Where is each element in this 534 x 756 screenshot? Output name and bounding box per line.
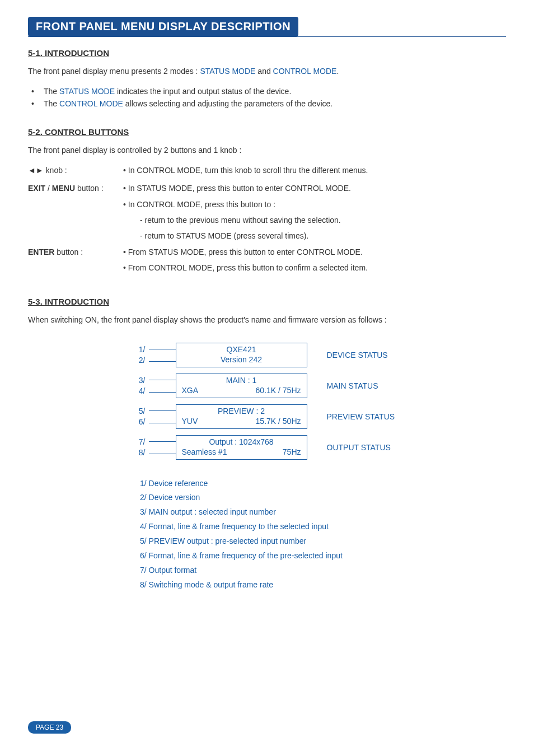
legend-3: 3/ MAIN output : selected input number <box>140 505 506 520</box>
exitmenu-spacer-2 <box>28 214 123 226</box>
row-exitmenu-1: EXIT / MENU button : • In STATUS MODE, p… <box>28 182 506 194</box>
sec1-bullets: The STATUS MODE indicates the input and … <box>28 85 506 110</box>
legend-7: 7/ Output format <box>140 563 506 578</box>
diagram-row-preview: 5/ 6/ PREVIEW : 2 YUV 15.7K / 50Hz PREVI… <box>127 404 408 429</box>
device-box-line2: Version 242 <box>221 355 262 365</box>
diagram-num-8: 8/ <box>127 447 146 458</box>
diagram-row3-nums: 5/ 6/ <box>127 406 149 426</box>
diagram-num-4: 4/ <box>127 386 146 396</box>
preview-box-line1: PREVIEW : 2 <box>218 407 265 417</box>
preview-box-line2b: 15.7K / 50Hz <box>256 417 301 427</box>
main-status-label: MAIN STATUS <box>307 381 408 390</box>
knob-label: ◄► knob : <box>28 164 123 176</box>
enter-label-b: ENTER <box>28 248 54 256</box>
exitmenu-d2: • In CONTROL MODE, press this button to … <box>123 198 506 211</box>
diagram-num-2: 2/ <box>127 355 146 365</box>
exitmenu-label-menu: MENU <box>52 184 75 193</box>
sec3-intro: When switching ON, the front panel displ… <box>28 314 506 326</box>
sec1-bullet-1: The STATUS MODE indicates the input and … <box>28 85 506 97</box>
device-status-label: DEVICE STATUS <box>307 351 408 360</box>
sec1-b2-post: allows selecting and adjusting the param… <box>123 99 332 108</box>
row-enter-2: • From CONTROL MODE, press this button t… <box>28 262 506 274</box>
preview-status-label: PREVIEW STATUS <box>307 412 408 421</box>
diagram-num-5: 5/ <box>127 406 146 416</box>
sec1-b1-blue: STATUS MODE <box>59 87 115 96</box>
diagram-row1-nums: 1/ 2/ <box>127 344 149 365</box>
diagram-num-7: 7/ <box>127 437 146 447</box>
sec1-intro-pre: The front panel display menu presents 2 … <box>28 67 200 76</box>
banner-underline <box>28 36 506 37</box>
row-enter-1: ENTER button : • From STATUS MODE, press… <box>28 246 506 258</box>
exitmenu-d4: - return to STATUS MODE (press several t… <box>123 230 506 242</box>
main-box-line2a: XGA <box>182 386 199 396</box>
output-box-line1: Output : 1024x768 <box>209 437 273 447</box>
heading-5-1: 5-1. INTRODUCTION <box>28 48 506 58</box>
diagram-num-1: 1/ <box>127 344 146 354</box>
knob-desc: • In CONTROL MODE, turn this knob to scr… <box>123 164 506 176</box>
output-box-line2a: Seamless #1 <box>182 447 227 458</box>
enter-label: ENTER button : <box>28 246 123 258</box>
sec1-b1-post: indicates the input and output status of… <box>115 87 291 96</box>
status-diagram: 1/ 2/ QXE421 Version 242 DEVICE STATUS 3… <box>28 343 506 460</box>
sec1-bullet-2: The CONTROL MODE allows selecting and ad… <box>28 97 506 110</box>
enter-d1: • From STATUS MODE, press this button to… <box>123 246 506 258</box>
device-box-line1: QXE421 <box>227 345 256 355</box>
legend-2: 2/ Device version <box>140 491 506 505</box>
exitmenu-spacer-3 <box>28 230 123 242</box>
sec1-intro-mid: and <box>255 67 273 76</box>
exitmenu-d3: - return to the previous menu without sa… <box>123 214 506 226</box>
preview-status-box: PREVIEW : 2 YUV 15.7K / 50Hz <box>176 404 307 429</box>
enter-label-post: button : <box>54 248 83 256</box>
exitmenu-label-mid: / <box>45 184 52 193</box>
exitmenu-label-exit: EXIT <box>28 184 45 193</box>
diagram-row2-lines <box>149 374 176 398</box>
output-box-line2b: 75Hz <box>283 447 301 458</box>
diagram-row4-lines <box>149 435 176 460</box>
sec2-intro: The front panel display is controlled by… <box>28 144 506 156</box>
page-number-badge: PAGE 23 <box>28 721 71 734</box>
exitmenu-d1: • In STATUS MODE, press this button to e… <box>123 182 506 194</box>
legend-8: 8/ Switching mode & output frame rate <box>140 578 506 592</box>
enter-d2: • From CONTROL MODE, press this button t… <box>123 262 506 274</box>
diagram-row-main: 3/ 4/ MAIN : 1 XGA 60.1K / 75Hz MAIN STA… <box>127 374 408 398</box>
sec1-mode1: STATUS MODE <box>200 67 255 76</box>
device-status-box: QXE421 Version 242 <box>176 343 307 367</box>
diagram-row-output: 7/ 8/ Output : 1024x768 Seamless #1 75Hz… <box>127 435 408 460</box>
legend-4: 4/ Format, line & frame frequency to the… <box>140 520 506 534</box>
main-status-box: MAIN : 1 XGA 60.1K / 75Hz <box>176 374 307 398</box>
diagram-row3-lines <box>149 404 176 429</box>
diagram-row-device: 1/ 2/ QXE421 Version 242 DEVICE STATUS <box>127 343 408 367</box>
sec1-b2-pre: The <box>44 99 59 108</box>
exitmenu-spacer-1 <box>28 198 123 211</box>
diagram-row4-nums: 7/ 8/ <box>127 437 149 457</box>
diagram-legend: 1/ Device reference 2/ Device version 3/… <box>140 477 506 592</box>
legend-5: 5/ PREVIEW output : pre-selected input n… <box>140 534 506 549</box>
diagram-num-6: 6/ <box>127 417 146 427</box>
sec1-b1-pre: The <box>44 87 59 96</box>
exitmenu-label-post: button : <box>75 184 104 193</box>
sec1-intro: The front panel display menu presents 2 … <box>28 66 506 77</box>
row-exitmenu-4: - return to STATUS MODE (press several t… <box>28 230 506 242</box>
sec1-mode2: CONTROL MODE <box>273 67 337 76</box>
main-box-line1: MAIN : 1 <box>226 376 256 386</box>
heading-5-3: 5-3. INTRODUCTION <box>28 297 506 306</box>
row-exitmenu-2: • In CONTROL MODE, press this button to … <box>28 198 506 211</box>
diagram-row2-nums: 3/ 4/ <box>127 375 149 395</box>
diagram-row1-lines <box>149 343 176 367</box>
preview-box-line2a: YUV <box>182 417 198 427</box>
exitmenu-label: EXIT / MENU button : <box>28 182 123 194</box>
sec1-intro-post: . <box>336 67 339 76</box>
output-status-label: OUTPUT STATUS <box>307 443 408 452</box>
diagram-num-3: 3/ <box>127 375 146 385</box>
legend-6: 6/ Format, line & frame frequency of the… <box>140 549 506 563</box>
sec1-b2-blue: CONTROL MODE <box>59 99 123 108</box>
legend-1: 1/ Device reference <box>140 477 506 491</box>
main-box-line2b: 60.1K / 75Hz <box>256 386 301 396</box>
enter-spacer <box>28 262 123 274</box>
heading-5-2: 5-2. CONTROL BUTTONS <box>28 127 506 137</box>
output-status-box: Output : 1024x768 Seamless #1 75Hz <box>176 435 307 460</box>
section-title-banner: FRONT PANEL MENU DISPLAY DESCRIPTION <box>28 17 298 36</box>
row-exitmenu-3: - return to the previous menu without sa… <box>28 214 506 226</box>
row-knob: ◄► knob : • In CONTROL MODE, turn this k… <box>28 164 506 176</box>
